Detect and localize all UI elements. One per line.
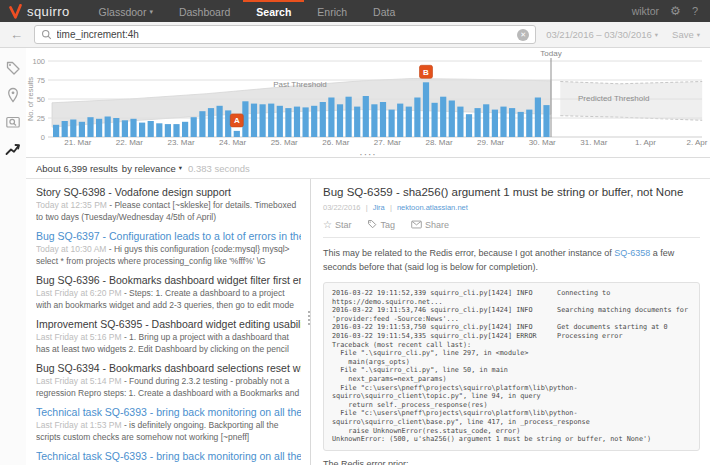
chart-bar[interactable] (156, 123, 162, 137)
result-item-title[interactable]: Technical task SQ-6393 - bring back moni… (36, 449, 301, 463)
chart-bar[interactable] (337, 104, 343, 137)
chart-bar[interactable] (122, 120, 128, 137)
nav-item-search[interactable]: Search (243, 0, 304, 22)
chart-bar[interactable] (70, 120, 76, 138)
chart-bar[interactable] (475, 108, 481, 137)
chart-bar[interactable] (199, 111, 205, 137)
result-item[interactable]: Bug SQ-6396 - Bookmarks dashboard widget… (36, 273, 301, 311)
tag-button[interactable]: Tag (367, 219, 395, 231)
detail-source-link[interactable]: Jira (373, 203, 385, 212)
chart-bar[interactable] (414, 98, 420, 138)
help-icon[interactable]: ? (692, 5, 698, 17)
nav-item-dashboard[interactable]: Dashboard (166, 0, 243, 22)
result-item-title[interactable]: Bug SQ-6396 - Bookmarks dashboard widget… (36, 273, 301, 287)
chart-bar[interactable] (311, 106, 317, 137)
pin-icon[interactable] (5, 87, 21, 103)
chart-bar[interactable] (423, 82, 429, 137)
chart-bar[interactable] (328, 98, 334, 138)
chart-bar[interactable] (526, 110, 532, 137)
result-item[interactable]: Bug SQ-6397 - Configuration leads to a l… (36, 229, 301, 267)
result-item-title[interactable]: Bug SQ-6394 - Bookmarks dashboard select… (36, 361, 301, 375)
chart-bar[interactable] (191, 117, 197, 137)
nav-item-enrich[interactable]: Enrich (304, 0, 360, 22)
chart-bar[interactable] (406, 107, 412, 137)
result-item[interactable]: Story SQ-6398 - Vodafone design support … (36, 185, 301, 223)
trends-icon[interactable] (5, 141, 21, 157)
clear-search-icon[interactable]: ✕ (517, 29, 529, 41)
search-box[interactable]: ✕ (34, 25, 537, 44)
share-button[interactable]: Share (411, 220, 449, 231)
chart-bar[interactable] (268, 104, 274, 137)
sort-dropdown[interactable]: by relevance ▾ (122, 163, 182, 174)
chart-bar[interactable] (432, 103, 438, 137)
chart-bar[interactable] (139, 123, 145, 137)
result-item-title[interactable]: Technical task SQ-6393 - bring back moni… (36, 405, 301, 419)
chart-bar[interactable] (217, 106, 223, 137)
chart-bar[interactable] (320, 102, 326, 137)
user-menu[interactable]: wiktor (632, 5, 659, 17)
chart-bar[interactable] (96, 119, 102, 137)
result-item[interactable]: Technical task SQ-6393 - bring back moni… (36, 449, 301, 465)
chart-bar[interactable] (397, 104, 403, 137)
chart-bar[interactable] (535, 98, 541, 138)
chart-bar[interactable] (79, 122, 85, 137)
chart-bar[interactable] (303, 107, 309, 137)
chart-bar[interactable] (260, 104, 266, 137)
chart-bar[interactable] (62, 121, 68, 137)
chart-bar[interactable] (457, 107, 463, 137)
chart-bar[interactable] (251, 104, 257, 137)
chart-bar[interactable] (208, 108, 214, 137)
squirro-logo[interactable]: squirro (0, 0, 86, 22)
save-button[interactable]: Save ▾ (672, 29, 700, 40)
star-button[interactable]: ☆ Star (323, 220, 351, 230)
chart-bar[interactable] (130, 119, 136, 137)
chart-bar[interactable] (87, 117, 93, 137)
chart-bar[interactable] (354, 107, 360, 137)
chart-bar[interactable] (53, 125, 59, 137)
chart-bar[interactable] (363, 96, 369, 137)
chart-bar[interactable] (277, 106, 283, 137)
chart-bar[interactable] (389, 110, 395, 137)
media-search-icon[interactable] (5, 114, 21, 130)
chart-bar[interactable] (449, 101, 455, 138)
result-item[interactable]: Bug SQ-6394 - Bookmarks dashboard select… (36, 361, 301, 399)
issue-link[interactable]: SQ-6358 (614, 248, 650, 258)
chart-bar[interactable] (165, 124, 171, 137)
tags-icon[interactable] (5, 60, 21, 76)
chart-bar[interactable] (380, 102, 386, 137)
chart-bar[interactable] (509, 108, 515, 137)
result-item[interactable]: Technical task SQ-6393 - bring back moni… (36, 405, 301, 443)
chart-resize-handle[interactable]: ···· (359, 151, 376, 159)
chart-bar[interactable] (285, 108, 291, 137)
nav-item-glassdoor[interactable]: Glassdoor▾ (86, 0, 166, 22)
chart-bar[interactable] (543, 105, 549, 137)
detail-domain-link[interactable]: nektoon.atlassian.net (397, 203, 468, 212)
nav-item-data[interactable]: Data (360, 0, 408, 22)
result-item-title[interactable]: Improvement SQ-6395 - Dashboard widget e… (36, 317, 301, 331)
chart-bar[interactable] (440, 97, 446, 137)
result-item-title[interactable]: Bug SQ-6397 - Configuration leads to a l… (36, 229, 301, 243)
chart-bar[interactable] (518, 112, 524, 137)
result-item[interactable]: Improvement SQ-6395 - Dashboard widget e… (36, 317, 301, 355)
results-header: About 6,399 results by relevance ▾ 0.383… (26, 158, 710, 179)
result-item-title[interactable]: Story SQ-6398 - Vodafone design support (36, 185, 301, 199)
chart-bar[interactable] (113, 118, 119, 137)
chart-bar[interactable] (234, 131, 240, 137)
chart-bar[interactable] (466, 114, 472, 137)
chart-bar[interactable] (492, 110, 498, 137)
chart-bar[interactable] (500, 107, 506, 137)
date-range-picker[interactable]: 03/21/2016 – 03/30/2016 ▾ (546, 29, 658, 40)
chart-bar[interactable] (105, 117, 111, 138)
chart-bar[interactable] (483, 104, 489, 137)
chart-bar[interactable] (182, 122, 188, 137)
chart-bar[interactable] (346, 97, 352, 137)
chart-bar[interactable] (173, 124, 179, 137)
chart-bar[interactable] (148, 121, 154, 137)
column-resize-handle[interactable] (308, 311, 310, 325)
chart-bar[interactable] (294, 107, 300, 137)
search-input[interactable] (57, 29, 513, 40)
back-arrow-icon[interactable]: ← (10, 28, 26, 41)
chart-bar[interactable] (371, 104, 377, 137)
gear-icon[interactable]: ⚙ (670, 4, 681, 18)
results-over-time-chart[interactable]: 0255075100No. of resultsPast ThresholdPr… (26, 48, 710, 158)
